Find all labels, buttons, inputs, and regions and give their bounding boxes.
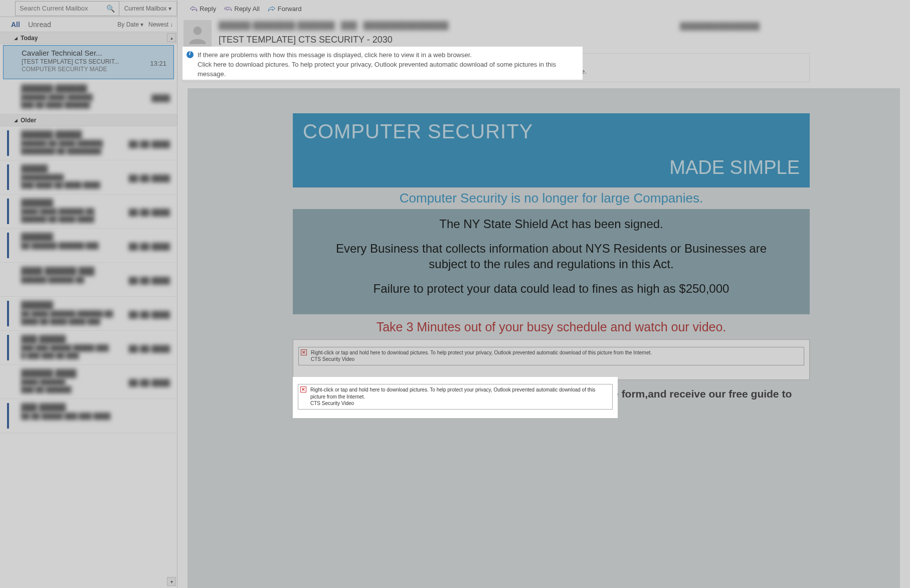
- blocked-image-placeholder[interactable]: ✕ Right-click or tap and hold here to do…: [293, 339, 810, 380]
- body-p1: The NY State Shield Act has been signed.: [318, 216, 785, 232]
- search-input[interactable]: Search Current Mailbox 🔍: [15, 1, 119, 16]
- message-list-older: ██████ █████ ██████ ██ ████ ██████ █████…: [0, 126, 177, 433]
- email-body: COMPUTER SECURITY MADE SIMPLE Computer S…: [293, 113, 810, 418]
- message-header: ██████ ████████ ███████ · ███ · ████████…: [177, 17, 910, 53]
- scroll-up-button[interactable]: ▴: [167, 33, 176, 42]
- arrow-down-icon: ↓: [170, 21, 173, 28]
- reading-pane: Reply Reply All Forward ██████ ████████ …: [177, 0, 910, 588]
- message-item[interactable]: ██████ ██████ ██████ ████ ██████ ███ ██ …: [0, 80, 177, 114]
- blocked-line1: Right-click or tap and hold here to down…: [311, 349, 801, 356]
- message-item[interactable]: ███ █████ ██ ██ █████ ███ ███ ████: [0, 399, 177, 433]
- banner: COMPUTER SECURITY MADE SIMPLE: [293, 113, 810, 187]
- message-item[interactable]: ███ █████ ███ ███ █████ █████ ███ █ ███ …: [0, 331, 177, 365]
- message-item[interactable]: ██████ █████ ██████ ██ ████ ██████ █████…: [0, 126, 177, 160]
- message-item[interactable]: ██████ ██ ██████ ██████ ███ ██-██-████: [0, 229, 177, 263]
- blocked-line2: CTS Security Video: [311, 356, 801, 363]
- header-to: ████████████████: [680, 22, 760, 30]
- search-scope-dropdown[interactable]: Current Mailbox ▾: [119, 1, 177, 16]
- banner-title: COMPUTER SECURITY: [303, 120, 800, 143]
- message-item[interactable]: ████ ██████ ███ ██████ ██████ ██ ██-██-█…: [0, 263, 177, 297]
- info-bar[interactable]: i If there are problems with how this me…: [183, 53, 810, 82]
- body-p2: Every Business that collects information…: [318, 241, 785, 272]
- message-list: Cavalier Technical Ser... [TEST TEMPLATE…: [0, 45, 177, 114]
- mid-block: The NY State Shield Act has been signed.…: [293, 209, 810, 315]
- finish-text: When you have finished watching the vide…: [293, 384, 810, 418]
- message-sender: Cavalier Technical Ser...: [22, 49, 168, 57]
- message-preview: COMPUTER SECURITY MADE: [22, 66, 168, 73]
- header-from: ██████ ████████ ███████ · ███ · ████████…: [219, 21, 900, 30]
- banner-subtitle: MADE SIMPLE: [303, 157, 800, 178]
- message-item[interactable]: ██████ ██ ████ ██████ ██████ ██ ████ ██ …: [0, 297, 177, 331]
- message-item[interactable]: █████ ██████████ ███ ████ ██ ████ ████ █…: [0, 160, 177, 194]
- collapse-icon: ◢: [14, 36, 18, 41]
- chevron-down-icon: ▾: [140, 21, 143, 28]
- order-dropdown[interactable]: Newest ↓: [148, 21, 173, 28]
- blocked-image-icon: ✕: [301, 349, 307, 355]
- search-placeholder: Search Current Mailbox: [20, 5, 88, 12]
- filter-all[interactable]: All: [11, 21, 20, 29]
- reply-button[interactable]: Reply: [190, 5, 216, 13]
- cta-text: Take 3 Minutes out of your busy schedule…: [293, 314, 810, 336]
- chevron-down-icon: ▾: [168, 5, 171, 12]
- message-item[interactable]: ██████ ████ ████ ██████ ███ ██ ██████ ██…: [0, 365, 177, 399]
- message-subject: [TEST TEMPLATE] CTS SECURIT...: [22, 58, 168, 65]
- sort-dropdown[interactable]: By Date ▾: [117, 21, 143, 28]
- message-list-pane: Search Current Mailbox 🔍 Current Mailbox…: [0, 0, 177, 588]
- header-subject: [TEST TEMPLATE] CTS SECURITY - 2030: [219, 35, 900, 45]
- svg-point-0: [194, 27, 202, 35]
- message-item[interactable]: ██████ ████ ████ ██████ ██ ██████ ██ ███…: [0, 194, 177, 229]
- scroll-down-button[interactable]: ▾: [167, 577, 176, 586]
- search-row: Search Current Mailbox 🔍 Current Mailbox…: [0, 0, 177, 17]
- forward-button[interactable]: Forward: [268, 5, 302, 13]
- collapse-icon: ◢: [14, 118, 18, 123]
- infobar-line1: If there are problems with how this mess…: [198, 58, 804, 67]
- search-icon[interactable]: 🔍: [106, 5, 115, 13]
- message-item-selected[interactable]: Cavalier Technical Ser... [TEST TEMPLATE…: [3, 45, 174, 79]
- message-time: 13:21: [150, 60, 166, 67]
- filter-unread[interactable]: Unread: [28, 21, 51, 29]
- filter-row: All Unread By Date ▾ Newest ↓: [0, 17, 177, 32]
- infobar-line2: Click here to download pictures. To help…: [198, 67, 804, 77]
- avatar: [184, 20, 212, 48]
- body-p3: Failure to protect your data could lead …: [318, 281, 785, 296]
- reply-all-button[interactable]: Reply All: [224, 5, 260, 13]
- action-bar: Reply Reply All Forward: [177, 0, 910, 17]
- group-header-today[interactable]: ◢ Today: [0, 32, 177, 44]
- subhead: Computer Security is no longer for large…: [293, 187, 810, 209]
- group-header-older[interactable]: ◢ Older: [0, 114, 177, 126]
- message-body-area: COMPUTER SECURITY MADE SIMPLE Computer S…: [188, 88, 900, 588]
